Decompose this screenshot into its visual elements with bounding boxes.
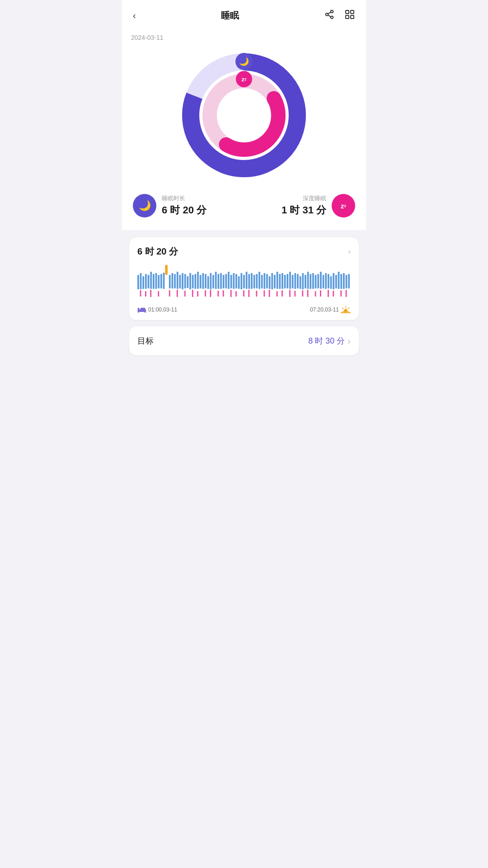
svg-rect-37 (200, 275, 202, 288)
svg-rect-124 (328, 290, 329, 297)
deep-sleep-value: 1 时 31 分 (282, 203, 326, 217)
svg-rect-76 (300, 276, 301, 289)
svg-rect-84 (320, 272, 322, 289)
svg-rect-74 (294, 273, 296, 289)
svg-rect-44 (217, 274, 219, 289)
svg-rect-91 (338, 272, 340, 289)
svg-rect-65 (271, 273, 273, 289)
svg-point-132 (145, 311, 146, 312)
svg-rect-43 (215, 272, 217, 289)
deep-sleep-label: 深度睡眠 (303, 194, 326, 203)
svg-rect-78 (305, 275, 306, 288)
svg-rect-56 (248, 274, 250, 289)
svg-rect-75 (297, 274, 299, 288)
svg-rect-30 (182, 273, 183, 289)
goal-label: 目标 (137, 335, 154, 346)
svg-rect-121 (307, 290, 309, 297)
svg-rect-90 (335, 275, 337, 288)
svg-rect-15 (140, 273, 142, 289)
content-section: 6 时 20 分 › (122, 230, 366, 369)
stats-row: 🌙 睡眠时长 6 时 20 分 zz 深度睡眠 1 时 31 分 (131, 194, 357, 217)
svg-rect-93 (343, 273, 345, 289)
moon-badge: 🌙 (235, 53, 253, 70)
sleep-donut-chart: 🌙 zz (176, 47, 312, 183)
svg-rect-36 (197, 272, 199, 289)
svg-rect-95 (348, 274, 350, 288)
svg-rect-92 (340, 274, 342, 289)
svg-rect-40 (207, 276, 209, 289)
page-title: 睡眠 (221, 9, 239, 22)
svg-rect-22 (158, 275, 160, 288)
svg-rect-101 (177, 290, 178, 297)
svg-rect-83 (317, 274, 319, 288)
svg-rect-51 (235, 274, 237, 288)
svg-rect-54 (243, 275, 245, 288)
svg-rect-34 (192, 275, 194, 288)
svg-rect-13 (165, 265, 168, 275)
deep-sleep-stat: zz 深度睡眠 1 时 31 分 (282, 194, 355, 217)
svg-rect-23 (160, 274, 162, 288)
svg-rect-64 (269, 276, 271, 289)
svg-rect-126 (340, 290, 342, 297)
svg-rect-81 (312, 273, 314, 289)
svg-rect-28 (177, 272, 178, 289)
svg-rect-125 (333, 291, 334, 297)
svg-rect-16 (142, 276, 144, 289)
svg-rect-32 (187, 276, 189, 288)
svg-rect-42 (212, 275, 214, 288)
svg-rect-29 (179, 275, 181, 288)
svg-rect-71 (286, 274, 288, 288)
svg-rect-120 (302, 290, 303, 297)
svg-rect-6 (351, 10, 354, 14)
sleep-bars-chart (137, 265, 351, 301)
share-button[interactable] (323, 8, 336, 24)
svg-rect-111 (243, 290, 244, 297)
sleep-duration-value: 6 时 20 分 (162, 203, 206, 217)
chart-end-time: 07:20,03-11 (310, 306, 351, 314)
svg-rect-80 (310, 274, 311, 289)
svg-rect-5 (346, 10, 349, 14)
svg-rect-50 (233, 273, 235, 289)
svg-rect-130 (141, 308, 145, 310)
svg-rect-88 (330, 276, 332, 289)
back-button[interactable]: ‹ (131, 9, 138, 23)
svg-rect-57 (251, 273, 253, 289)
svg-rect-107 (217, 291, 219, 297)
svg-rect-122 (315, 291, 316, 297)
svg-rect-35 (194, 274, 196, 289)
svg-rect-103 (192, 290, 193, 297)
deep-sleep-icon: zz (332, 194, 355, 217)
svg-rect-45 (220, 273, 222, 289)
svg-rect-31 (184, 274, 186, 288)
svg-rect-67 (277, 272, 278, 289)
svg-rect-60 (258, 272, 260, 289)
svg-rect-113 (256, 291, 257, 297)
svg-rect-85 (323, 275, 324, 288)
chart-start-time: 01:00,03-11 (137, 306, 177, 313)
svg-rect-38 (202, 273, 204, 289)
svg-rect-24 (163, 273, 165, 289)
svg-rect-73 (292, 275, 294, 288)
goal-card[interactable]: 目标 8 时 30 分 › (129, 326, 359, 355)
chart-time-row: 01:00,03-11 07:20,03-11 (137, 306, 351, 314)
header-actions (323, 7, 357, 24)
svg-rect-114 (263, 290, 265, 297)
svg-rect-61 (261, 275, 263, 288)
svg-rect-47 (225, 274, 227, 288)
svg-rect-58 (253, 275, 255, 288)
svg-rect-66 (274, 275, 276, 288)
svg-line-135 (342, 308, 343, 309)
svg-rect-52 (238, 276, 240, 289)
svg-rect-63 (266, 274, 268, 288)
header: ‹ 睡眠 (122, 0, 366, 29)
svg-rect-87 (328, 274, 329, 288)
zzz-badge: zz (236, 71, 252, 87)
svg-rect-82 (315, 275, 317, 288)
card-chevron[interactable]: › (348, 247, 351, 256)
svg-rect-77 (302, 273, 304, 289)
svg-line-136 (348, 308, 349, 309)
sleep-duration-label: 睡眠时长 (162, 194, 206, 203)
top-section: 2024-03-11 🌙 zz 🌙 (122, 29, 366, 230)
calendar-button[interactable] (343, 7, 357, 24)
svg-rect-79 (307, 272, 309, 289)
